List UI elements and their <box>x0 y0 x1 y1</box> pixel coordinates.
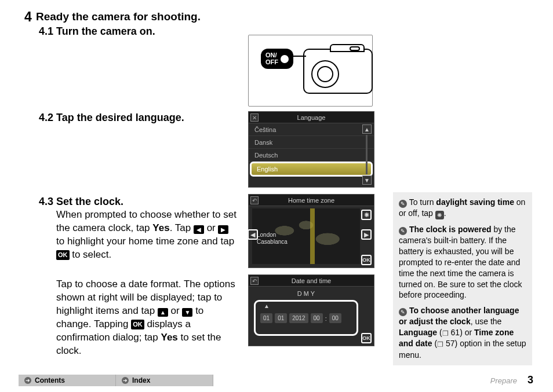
note-dst: ✎ To turn daylight saving time on or off… <box>399 197 526 219</box>
dt-ok-button[interactable]: OK <box>361 333 372 343</box>
right-arrow-icon: ▶ <box>218 225 228 234</box>
yes-label: Yes <box>152 222 169 233</box>
page-number: 3 <box>527 374 533 386</box>
txt: or <box>204 222 219 233</box>
screen-language-header: ✕ Language <box>249 112 374 123</box>
back-icon[interactable]: ↶ <box>250 277 259 285</box>
datetime-frame: ▲ 01 01 2012 00 : 00 <box>256 302 356 334</box>
screen-timezone: ↶ Home time zone London Casablanca ✺ ◀ ▶… <box>248 194 374 268</box>
bottom-link-bar: ➜ Contents ➜ Index <box>19 375 213 386</box>
language-option-selected[interactable]: English <box>251 163 372 175</box>
substep-42-title: Tap the desired language. <box>56 112 184 124</box>
substep-43-title: Set the clock. <box>56 196 123 208</box>
up-arrow-icon: ▲ <box>158 308 168 317</box>
city2: Casablanca <box>257 239 288 245</box>
txt: Tap to choose a date format. The options… <box>56 279 235 316</box>
screen-language: ✕ Language Čeština Dansk Deutsch English… <box>248 111 374 188</box>
body-43-para2: Tap to choose a date format. The options… <box>56 278 239 358</box>
body-43-para1: When prompted to choose whether to set t… <box>56 208 239 262</box>
contents-link[interactable]: ➜ Contents <box>19 375 116 386</box>
txt: by the camera's built-in battery. If the… <box>399 225 522 299</box>
note-icon: ✎ <box>399 227 407 235</box>
txt: , use the <box>471 317 502 326</box>
close-icon[interactable]: ✕ <box>250 113 259 122</box>
note-change-language: ✎ To choose another language or adjust t… <box>399 305 526 360</box>
screen-datetime: ↶ Date and time D M Y ▲ 01 01 2012 00 : … <box>248 274 374 346</box>
step-title: Ready the camera for shooting. <box>36 10 201 23</box>
camera-body <box>303 49 373 94</box>
camera-shutter <box>350 46 360 51</box>
section-label: Prepare <box>490 376 517 385</box>
note-icon: ✎ <box>399 308 407 316</box>
note-clock-power: ✎ The clock is powered by the camera's b… <box>399 224 526 301</box>
page-ref-61[interactable]: 61) or <box>449 328 474 337</box>
dt-day[interactable]: 01 <box>260 313 272 323</box>
language-ref: Language <box>399 328 437 337</box>
city1: London <box>257 232 276 238</box>
timezone-city-label: London Casablanca <box>257 232 288 246</box>
left-arrow-icon: ◀ <box>194 225 204 234</box>
index-label: Index <box>132 376 150 384</box>
arrow-icon: ➜ <box>122 377 129 384</box>
dt-colon: : <box>325 315 327 322</box>
world-map: London Casablanca <box>252 208 360 264</box>
language-option[interactable]: Čeština <box>249 123 374 136</box>
dt-hour[interactable]: 00 <box>311 313 323 323</box>
screen-timezone-header: ↶ Home time zone <box>249 195 374 206</box>
txt: To turn <box>407 197 436 207</box>
scroll-up-icon[interactable]: ▲ <box>362 124 372 134</box>
dt-month[interactable]: 01 <box>275 313 287 323</box>
sidebar-notes: ✎ To turn daylight saving time on or off… <box>393 192 532 365</box>
screen-timezone-title: Home time zone <box>288 197 334 204</box>
tz-left-button[interactable]: ◀ <box>248 229 258 240</box>
scroll-down-icon[interactable]: ▼ <box>362 175 372 185</box>
onoff-badge: ON/ OFF <box>261 49 293 69</box>
ok-icon: OK <box>56 250 70 260</box>
onoff-label: ON/ OFF <box>265 52 278 65</box>
yes-label: Yes <box>161 332 178 343</box>
screen-datetime-header: ↶ Date and time <box>249 275 374 287</box>
txt: ( <box>437 328 442 337</box>
txt: ( <box>432 339 438 348</box>
arrow-icon: ➜ <box>24 377 31 384</box>
language-option[interactable]: Deutsch <box>249 149 374 162</box>
scrollbar[interactable] <box>366 135 368 174</box>
tz-right-button[interactable]: ▶ <box>361 229 372 240</box>
manual-page: { "step": { "number": "4", "title": "Rea… <box>0 0 553 392</box>
datetime-row: 01 01 2012 00 : 00 <box>260 313 352 323</box>
contents-label: Contents <box>35 376 65 384</box>
date-format-label[interactable]: D M Y <box>252 288 360 299</box>
index-link[interactable]: ➜ Index <box>116 375 213 386</box>
camera-illustration: ON/ OFF <box>248 38 373 105</box>
timezone-highlight <box>310 208 315 264</box>
datetime-body: D M Y ▲ 01 01 2012 00 : 00 <box>252 288 360 342</box>
page-ref-icon: ❐ <box>442 329 449 338</box>
language-option[interactable]: Dansk <box>249 136 374 149</box>
substep-42-num: 4.2 <box>39 112 53 124</box>
txt-bold: The clock is powered <box>409 225 492 234</box>
txt: to select. <box>70 249 112 260</box>
dt-min[interactable]: 00 <box>329 313 341 323</box>
power-circle-icon <box>281 55 289 63</box>
dt-year[interactable]: 2012 <box>289 313 308 323</box>
dst-icon: ✺ <box>435 211 444 219</box>
dt-up-arrow-icon[interactable]: ▲ <box>264 303 270 309</box>
txt: . <box>444 208 446 218</box>
txt: . Tap <box>170 222 194 233</box>
page-ref-icon: ❐ <box>437 340 443 349</box>
substep-43-num: 4.3 <box>39 196 53 208</box>
note-icon: ✎ <box>399 200 407 208</box>
tz-ok-button[interactable]: OK <box>361 255 372 265</box>
substep-41-title: Turn the camera on. <box>56 25 155 38</box>
ok-icon: OK <box>131 320 144 329</box>
txt: or <box>168 305 183 316</box>
step-number: 4 <box>24 9 32 25</box>
down-arrow-icon: ▼ <box>182 308 192 317</box>
txt-bold: daylight saving time <box>436 197 514 207</box>
back-icon[interactable]: ↶ <box>250 196 259 204</box>
screen-language-title: Language <box>297 114 326 121</box>
txt: to highlight your home time zone and tap <box>56 236 234 247</box>
substep-41-num: 4.1 <box>39 25 53 38</box>
camera-lens-inner <box>317 66 333 82</box>
dst-toggle-icon[interactable]: ✺ <box>361 210 372 220</box>
